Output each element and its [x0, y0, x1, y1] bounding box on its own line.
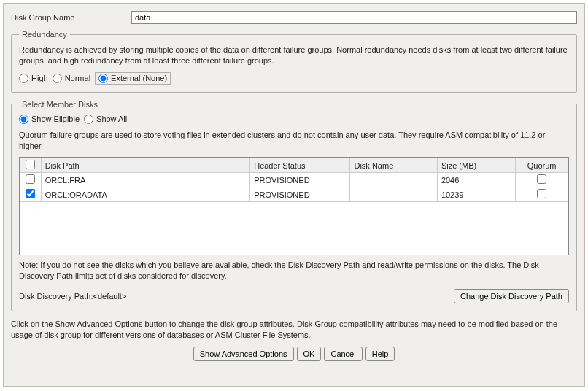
redundancy-external-option[interactable]: External (None) — [95, 72, 171, 85]
disk-table: Disk Path Header Status Disk Name Size (… — [20, 158, 568, 202]
row-select-checkbox[interactable] — [26, 189, 35, 198]
show-advanced-options-button[interactable]: Show Advanced Options — [193, 347, 294, 361]
disk-group-name-input[interactable] — [131, 11, 577, 24]
show-all-label: Show All — [96, 115, 127, 123]
col-disk-name[interactable]: Disk Name — [350, 158, 437, 173]
ok-button[interactable]: OK — [297, 347, 322, 361]
redundancy-external-radio[interactable] — [98, 74, 108, 83]
redundancy-high-radio[interactable] — [19, 74, 28, 83]
cell-header-status: PROVISIONED — [250, 173, 350, 187]
cancel-button[interactable]: Cancel — [324, 347, 362, 361]
cell-size-mb: 2046 — [437, 173, 515, 187]
redundancy-normal-label: Normal — [65, 74, 90, 82]
cell-disk-name — [350, 173, 437, 187]
select-all-checkbox[interactable] — [26, 160, 35, 169]
cell-disk-name — [350, 187, 437, 202]
show-all-option[interactable]: Show All — [84, 115, 127, 124]
redundancy-fieldset: Redundancy Redundancy is achieved by sto… — [11, 30, 577, 93]
redundancy-high-option[interactable]: High — [19, 74, 48, 83]
discovery-note: Note: If you do not see the disks which … — [19, 260, 569, 282]
redundancy-high-label: High — [31, 74, 48, 82]
member-disks-fieldset: Select Member Disks Show Eligible Show A… — [11, 100, 577, 311]
redundancy-normal-radio[interactable] — [53, 74, 62, 83]
cell-disk-path: ORCL:ORADATA — [41, 187, 250, 202]
redundancy-legend: Redundancy — [19, 30, 70, 39]
show-eligible-option[interactable]: Show Eligible — [19, 115, 80, 124]
disk-group-name-label: Disk Group Name — [11, 13, 131, 22]
member-disks-legend: Select Member Disks — [19, 100, 101, 109]
cell-header-status: PROVISIONED — [250, 187, 350, 202]
footer-description: Click on the Show Advanced Options butto… — [11, 319, 577, 341]
cell-disk-path: ORCL:FRA — [41, 173, 250, 187]
redundancy-normal-option[interactable]: Normal — [53, 74, 90, 83]
col-disk-path[interactable]: Disk Path — [41, 158, 250, 173]
disk-discovery-path-text: Disk Discovery Path:<default> — [19, 292, 126, 301]
col-quorum[interactable]: Quorum — [516, 158, 568, 173]
table-row[interactable]: ORCL:FRAPROVISIONED2046 — [20, 173, 568, 187]
dialog-panel: Disk Group Name Redundancy Redundancy is… — [3, 3, 585, 387]
show-eligible-label: Show Eligible — [31, 115, 80, 123]
quorum-description: Quorum failure groups are used to store … — [19, 130, 569, 152]
help-button[interactable]: Help — [365, 347, 395, 361]
show-all-radio[interactable] — [84, 115, 93, 124]
row-quorum-checkbox[interactable] — [537, 174, 546, 184]
table-row[interactable]: ORCL:ORADATAPROVISIONED10239 — [20, 187, 568, 202]
redundancy-description: Redundancy is achieved by storing multip… — [19, 44, 569, 66]
row-quorum-checkbox[interactable] — [537, 189, 546, 198]
redundancy-external-label: External (None) — [111, 74, 167, 82]
show-eligible-radio[interactable] — [19, 115, 28, 124]
cell-size-mb: 10239 — [437, 187, 515, 202]
change-disk-discovery-path-button[interactable]: Change Disk Discovery Path — [454, 289, 569, 303]
col-header-status[interactable]: Header Status — [250, 158, 350, 173]
row-select-checkbox[interactable] — [26, 174, 35, 184]
disk-table-container: Disk Path Header Status Disk Name Size (… — [19, 157, 569, 255]
col-size-mb[interactable]: Size (MB) — [437, 158, 515, 173]
